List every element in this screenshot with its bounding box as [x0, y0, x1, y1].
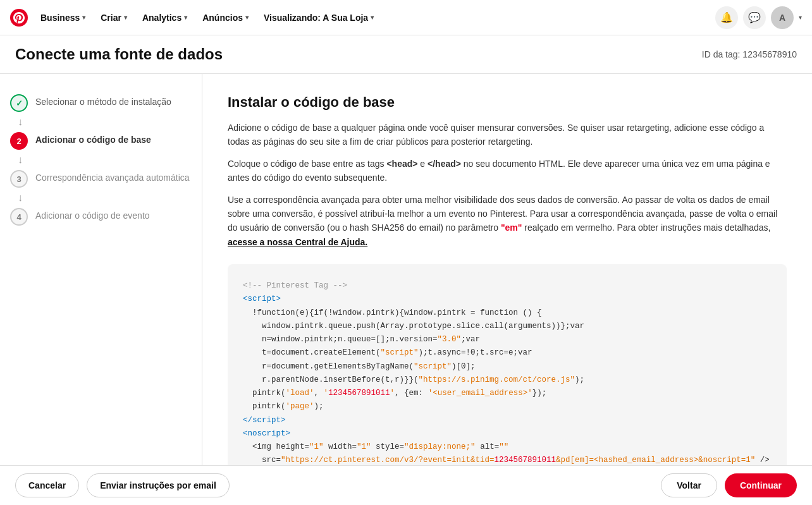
- step-4-indicator: 4: [10, 208, 28, 226]
- nav-analytics[interactable]: Analytics ▾: [135, 8, 195, 28]
- nav-visualizando[interactable]: Visualizando: A Sua Loja ▾: [256, 8, 381, 28]
- back-button[interactable]: Voltar: [661, 473, 717, 497]
- topnav-right-controls: 🔔 💬 A ▾: [715, 6, 802, 29]
- help-center-link[interactable]: acesse a nossa Central de Ajuda.: [228, 237, 367, 247]
- step-arrow-3: ↓: [10, 193, 192, 203]
- page-title: Conecte uma fonte de dados: [15, 46, 223, 63]
- svg-point-0: [10, 9, 28, 27]
- code-block: <!-- Pinterest Tag --> <script> !functio…: [228, 264, 787, 465]
- main-content: Instalar o código de base Adicione o cód…: [202, 74, 812, 465]
- step-2: 2 Adicionar o código de base: [10, 127, 192, 155]
- step-1-indicator: ✓: [10, 94, 28, 112]
- nav-criar[interactable]: Criar ▾: [93, 8, 135, 28]
- notifications-button[interactable]: 🔔: [715, 6, 738, 29]
- step-4-label: Adicionar o código de evento: [35, 208, 150, 221]
- chevron-down-icon: ▾: [82, 14, 85, 21]
- content-para-1: Adicione o código de base a qualquer pág…: [228, 121, 787, 149]
- bottom-bar: Cancelar Enviar instruções por email Vol…: [0, 465, 812, 505]
- step-2-label: Adicionar o código de base: [35, 132, 151, 145]
- step-2-indicator: 2: [10, 132, 28, 150]
- step-arrow-1: ↓: [10, 117, 192, 127]
- email-instructions-button[interactable]: Enviar instruções por email: [87, 473, 230, 497]
- messages-button[interactable]: 💬: [743, 6, 766, 29]
- step-1: ✓ Selecionar o método de instalação: [10, 89, 192, 117]
- nav-business[interactable]: Business ▾: [33, 8, 93, 28]
- step-1-label: Selecionar o método de instalação: [35, 94, 171, 107]
- content-para-3: Use a correspondência avançada para obte…: [228, 193, 787, 250]
- chevron-down-icon: ▾: [184, 14, 187, 21]
- continue-button[interactable]: Continuar: [725, 473, 797, 497]
- content-title: Instalar o código de base: [228, 94, 787, 111]
- nav-anuncios[interactable]: Anúncios ▾: [195, 8, 256, 28]
- tag-id: ID da tag: 12345678910: [702, 49, 797, 59]
- chevron-down-icon: ▾: [245, 14, 249, 21]
- step-3-indicator: 3: [10, 170, 28, 188]
- main-layout: ✓ Selecionar o método de instalação ↓ 2 …: [0, 74, 812, 465]
- chevron-down-icon: ▾: [371, 14, 374, 21]
- pinterest-logo[interactable]: [10, 9, 28, 27]
- chevron-down-icon: ▾: [124, 14, 127, 21]
- content-para-2: Coloque o código de base entre as tags <…: [228, 157, 787, 185]
- step-arrow-2: ↓: [10, 155, 192, 165]
- top-navigation: Business ▾ Criar ▾ Analytics ▾ Anúncios …: [0, 0, 812, 35]
- page-header: Conecte uma fonte de dados ID da tag: 12…: [0, 35, 812, 74]
- bottom-right-actions: Voltar Continuar: [661, 473, 797, 497]
- step-4: 4 Adicionar o código de evento: [10, 203, 192, 231]
- avatar[interactable]: A: [771, 6, 794, 29]
- step-3: 3 Correspondência avançada automática: [10, 165, 192, 193]
- account-chevron-icon[interactable]: ▾: [799, 14, 802, 21]
- cancel-button[interactable]: Cancelar: [15, 473, 79, 497]
- step-3-label: Correspondência avançada automática: [35, 170, 190, 183]
- sidebar: ✓ Selecionar o método de instalação ↓ 2 …: [0, 74, 202, 465]
